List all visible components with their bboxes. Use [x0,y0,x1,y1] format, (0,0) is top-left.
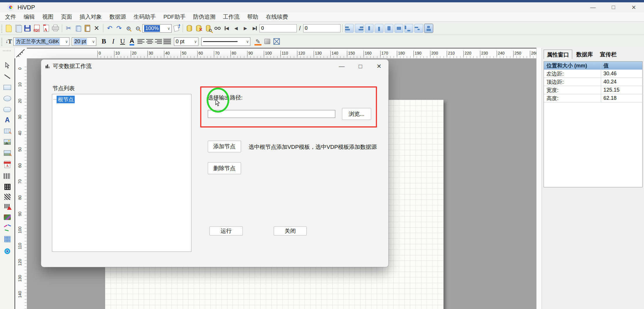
texture-image-tool-icon[interactable] [2,212,12,222]
menu-item[interactable]: 插入对象 [76,13,106,21]
bold-icon[interactable]: B [99,37,109,46]
save-icon[interactable] [23,24,32,33]
ellipse-tool-icon[interactable] [2,94,12,103]
cut-icon[interactable]: ✂ [64,24,73,33]
database-icon[interactable] [185,24,194,33]
align-text-center-icon[interactable] [146,39,153,44]
tree-item[interactable]: ╌╌根节点 [53,96,190,103]
pdf-export-icon[interactable]: A [41,24,51,33]
table-edit-tool-icon[interactable]: ✎ [2,126,12,136]
record-total-input[interactable] [303,24,341,32]
fill-color-icon[interactable] [263,37,272,46]
menu-item[interactable]: 视图 [39,13,57,21]
line-tool-icon[interactable] [2,72,12,81]
rectangle-tool-icon[interactable] [2,83,12,92]
dialog-titlebar[interactable]: 可变数据工作流 — □ ✕ [41,60,388,73]
dialog-close-icon[interactable]: ✕ [370,60,388,72]
zoom-in-icon[interactable]: + [124,24,133,33]
copy-icon[interactable] [73,24,83,33]
zoom-level-combo[interactable]: 100%∨ [142,24,172,33]
menu-item[interactable]: 页面 [57,13,76,21]
font-color-icon[interactable]: A [127,37,137,46]
next-record-icon[interactable]: ▶ [241,24,250,33]
menu-item[interactable]: 工作流 [219,13,243,21]
image-tool-icon[interactable] [2,137,12,146]
first-record-icon[interactable]: ◀ [222,24,231,33]
security-code-tool-icon[interactable] [2,201,12,211]
right-panel-tab[interactable]: 属性窗口 [544,50,572,59]
database-search-icon[interactable] [203,24,213,33]
line-style-combo[interactable]: ∨ [201,37,250,46]
dialog-maximize-icon[interactable]: □ [351,60,370,72]
database-delete-icon[interactable]: ✕ [194,24,203,33]
output-path-input[interactable] [208,110,335,118]
text-direction-icon[interactable]: ↓T [4,37,13,46]
right-panel-tab[interactable]: 宣传栏 [597,50,619,59]
align-left-icon[interactable] [345,24,354,33]
underline-icon[interactable]: U [118,37,127,46]
align-top-icon[interactable] [365,24,374,33]
menu-item[interactable]: PDF助手 [160,13,189,21]
dialog-minimize-icon[interactable]: — [332,60,351,72]
toolbar-grip[interactable] [1,37,2,46]
distribute-vertical-icon[interactable] [414,24,423,33]
menu-item[interactable]: 文件 [1,13,20,21]
last-record-icon[interactable]: ▶ [250,24,259,33]
rotate-page-icon[interactable]: ⤴ [172,24,181,33]
pdf-tool-icon[interactable]: A [2,160,12,169]
node-tree[interactable]: ╌╌根节点 [52,94,191,252]
font-family-combo[interactable]: 方正兰亭大黑_GBK∨ [13,37,69,46]
zoom-out-icon[interactable]: − [133,24,142,33]
menu-item[interactable]: 编辑 [20,13,39,21]
align-text-left-icon[interactable] [137,39,144,44]
add-node-button[interactable]: 添加节点 [208,141,241,152]
align-right-icon[interactable] [355,24,364,33]
scratch-lines-tool-icon[interactable] [2,223,12,233]
undo-icon[interactable]: ↶ [105,24,114,33]
qrcode-tool-icon[interactable] [2,182,12,191]
record-current-input[interactable] [259,24,297,32]
target-mark-tool-icon[interactable] [2,247,12,256]
preview-data-icon[interactable] [213,24,222,33]
open-file-icon[interactable] [13,24,23,33]
text-tool-icon[interactable]: A [2,115,12,125]
menu-item[interactable]: 帮助 [243,13,262,21]
image-edit-tool-icon[interactable]: ✎ [2,148,12,158]
align-text-right-icon[interactable] [155,39,162,44]
center-in-page-icon[interactable] [424,24,433,33]
distribute-horizontal-icon[interactable] [404,24,413,33]
qrcode-edit-tool-icon[interactable] [2,192,12,201]
grid-tool-icon[interactable] [2,234,12,244]
align-bottom-icon[interactable] [375,24,383,33]
horizontal-ruler[interactable]: 0102030405060708090100110120130140150160… [27,48,536,58]
rounded-rectangle-tool-icon[interactable] [2,105,12,114]
center-vertical-icon[interactable] [395,24,403,33]
right-panel-tab[interactable]: 数据库 [573,50,596,59]
close-icon[interactable]: ✕ [624,2,644,12]
italic-icon[interactable]: I [109,37,118,46]
delete-icon[interactable]: ✕ [92,24,101,33]
run-button[interactable]: 运行 [210,226,243,235]
minimize-icon[interactable]: — [583,2,603,12]
font-size-combo[interactable]: 20 pt∨ [72,37,96,46]
print-icon[interactable] [51,24,60,33]
new-document-icon[interactable] [4,24,13,33]
center-horizontal-icon[interactable] [385,24,393,33]
select-tool-icon[interactable] [2,61,12,70]
toolbar-grip[interactable] [1,24,2,33]
barcode-tool-icon[interactable] [2,171,12,181]
redo-icon[interactable]: ↷ [114,24,124,33]
browse-button[interactable]: 浏览... [342,108,371,120]
vertical-scrollbar[interactable] [536,48,542,309]
line-color-icon[interactable]: ✎ [253,37,263,46]
menu-item[interactable]: 防伪追溯 [189,13,219,21]
menu-item[interactable]: 生码助手 [130,13,160,21]
menu-item[interactable]: 在线续费 [262,13,292,21]
vertical-ruler[interactable]: 0102030405060708090100110120130140 [15,58,27,309]
no-fill-icon[interactable] [272,37,281,46]
delete-node-button[interactable]: 删除节点 [208,162,241,174]
maximize-icon[interactable]: □ [603,2,624,12]
paste-icon[interactable] [83,24,92,33]
justify-text-icon[interactable] [164,39,171,44]
menu-item[interactable]: 数据源 [106,13,130,21]
